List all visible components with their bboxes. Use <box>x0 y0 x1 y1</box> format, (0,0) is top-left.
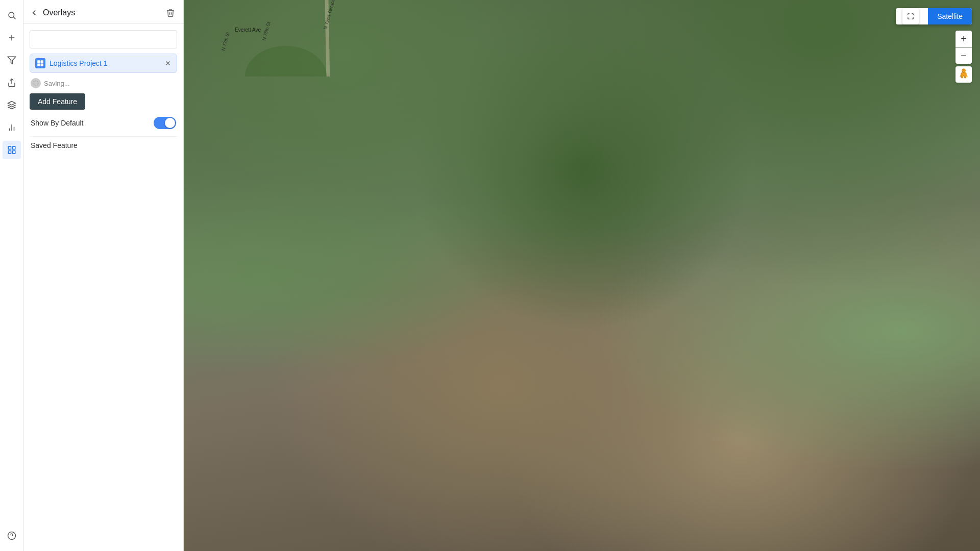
project-name: Logistics Project 1 <box>50 59 108 67</box>
chart-icon-btn[interactable] <box>3 118 21 137</box>
layers-icon-btn[interactable] <box>3 96 21 114</box>
svg-marker-4 <box>8 57 15 64</box>
filter-icon-btn[interactable] <box>3 51 21 69</box>
help-icon-btn[interactable] <box>3 527 21 545</box>
project-chip-left: Logistics Project 1 <box>35 58 108 68</box>
show-default-toggle[interactable] <box>154 117 176 129</box>
search-icon-btn[interactable] <box>3 6 21 24</box>
zoom-in-button[interactable]: + <box>955 31 972 47</box>
icon-bar <box>0 0 23 551</box>
svg-rect-18 <box>37 64 40 66</box>
saved-feature-label[interactable]: Saved Feature <box>31 141 78 149</box>
saving-text: Saving... <box>44 80 70 87</box>
add-feature-button[interactable]: Add Feature <box>30 93 85 110</box>
svg-marker-6 <box>8 102 15 106</box>
sidebar-header: Overlays <box>23 0 183 24</box>
sidebar-title: Overlays <box>43 8 75 17</box>
project-chip-close-button[interactable] <box>164 60 172 67</box>
satellite-background <box>184 0 980 551</box>
zoom-controls: + − <box>955 31 972 64</box>
svg-line-140 <box>960 74 961 77</box>
add-icon-btn[interactable] <box>3 29 21 47</box>
svg-rect-19 <box>41 64 43 66</box>
zoom-out-button[interactable]: − <box>955 47 972 64</box>
saving-row: Saving... <box>30 78 177 88</box>
project-chip: Logistics Project 1 <box>30 54 177 73</box>
svg-rect-13 <box>12 151 15 154</box>
back-button[interactable] <box>30 8 39 17</box>
svg-line-1 <box>13 17 15 19</box>
toggle-knob <box>165 118 175 128</box>
svg-rect-11 <box>12 146 15 149</box>
show-default-row: Show By Default <box>30 115 177 131</box>
map-area[interactable]: N 72nd Terrace N 73rd P N 74th St N 77th… <box>184 0 980 551</box>
sidebar-panel: Overlays Logistics Project 1 <box>23 0 184 551</box>
delete-button[interactable] <box>166 8 175 17</box>
svg-rect-17 <box>41 60 43 63</box>
svg-point-139 <box>962 69 966 72</box>
svg-line-141 <box>966 74 967 77</box>
overlay-icon-btn[interactable] <box>3 141 21 159</box>
show-default-label: Show By Default <box>31 119 84 127</box>
saved-feature-row: Saved Feature <box>30 136 177 154</box>
search-input[interactable] <box>30 30 177 48</box>
fullscreen-button[interactable] <box>902 8 919 24</box>
share-icon-btn[interactable] <box>3 73 21 92</box>
saving-icon <box>31 78 41 88</box>
map-type-satellite-button[interactable]: Satellite <box>928 8 972 24</box>
svg-rect-16 <box>37 60 40 63</box>
street-view-pegman[interactable] <box>955 66 972 83</box>
project-icon <box>35 58 45 68</box>
svg-rect-12 <box>8 151 11 154</box>
sidebar-content: Logistics Project 1 Saving... Add Featur… <box>23 24 183 160</box>
svg-rect-10 <box>8 146 11 149</box>
sidebar-header-left: Overlays <box>30 8 75 17</box>
svg-point-0 <box>9 12 14 18</box>
